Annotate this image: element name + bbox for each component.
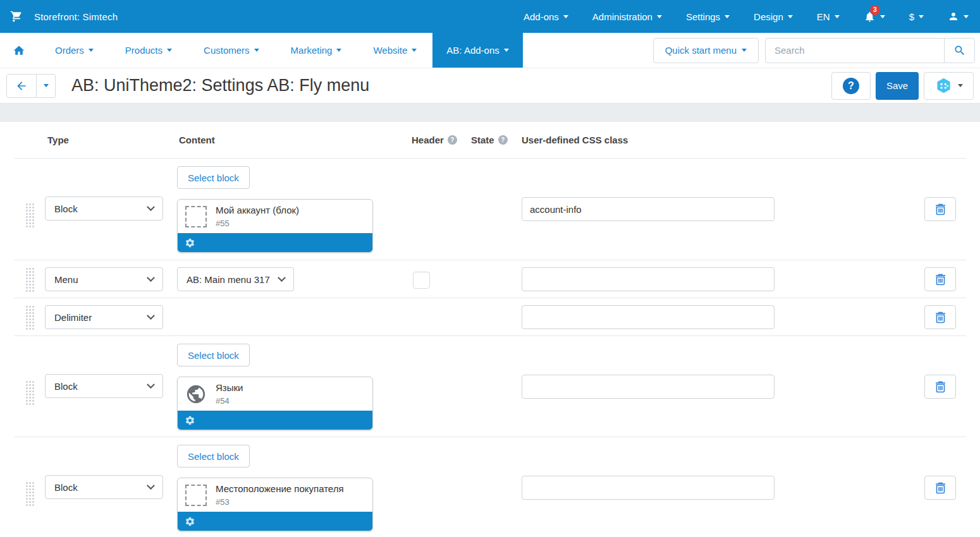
block-settings-bar[interactable] xyxy=(178,411,372,430)
chevron-down-icon xyxy=(657,15,662,18)
select-block-button[interactable]: Select block xyxy=(177,445,250,468)
topbar-menu-design[interactable]: Design xyxy=(754,11,793,22)
drag-handle[interactable] xyxy=(25,305,34,330)
drag-handle[interactable] xyxy=(25,267,34,293)
type-select[interactable]: Delimiter xyxy=(45,305,163,329)
help-tooltip-icon[interactable] xyxy=(498,135,508,145)
chevron-down-icon xyxy=(958,84,963,87)
delete-row-button[interactable] xyxy=(924,197,956,221)
back-button[interactable] xyxy=(6,74,37,98)
drag-handle[interactable] xyxy=(25,203,34,228)
chevron-down-icon xyxy=(788,15,793,18)
top-bar: Storefront: Simtech Add-ons Administrati… xyxy=(0,0,980,33)
type-select[interactable]: Block xyxy=(45,475,163,499)
table-row: Block Select block Местоположение покупа… xyxy=(14,437,966,537)
chevron-down-icon xyxy=(835,15,840,18)
back-history-dropdown[interactable] xyxy=(37,74,56,98)
currency-menu[interactable]: $ xyxy=(909,11,924,22)
trash-icon xyxy=(935,203,946,215)
block-title: Языки xyxy=(216,382,243,393)
help-button[interactable] xyxy=(831,72,871,100)
css-class-input[interactable] xyxy=(522,476,775,500)
select-block-button[interactable]: Select block xyxy=(177,166,250,189)
arrow-left-icon xyxy=(15,80,28,92)
save-button[interactable]: Save xyxy=(876,72,919,100)
page-background-gap xyxy=(0,103,980,122)
block-card: Языки #54 xyxy=(177,377,373,430)
column-css-class: User-defined CSS class xyxy=(522,135,775,145)
block-id: #55 xyxy=(216,219,299,228)
table-row: Block Select block Мой аккаунт (блок) #5… xyxy=(14,159,966,260)
chevron-down-icon xyxy=(336,49,341,52)
nav-marketing[interactable]: Marketing xyxy=(275,33,358,68)
search-box xyxy=(765,38,975,63)
notifications-menu[interactable]: 3 xyxy=(864,11,885,23)
select-block-button[interactable]: Select block xyxy=(177,344,250,366)
css-class-input[interactable] xyxy=(522,267,775,291)
type-select[interactable]: Block xyxy=(45,196,163,220)
menu-select[interactable]: AB: Main menu 317 xyxy=(177,267,294,291)
column-content: Content xyxy=(177,135,395,145)
block-placeholder-icon xyxy=(185,206,207,227)
chevron-down-icon xyxy=(89,49,94,52)
table-row: Menu AB: Main menu 317 xyxy=(14,260,966,298)
column-state: State xyxy=(471,135,522,145)
addon-hexagon-icon xyxy=(935,77,952,94)
nav-website[interactable]: Website xyxy=(357,33,432,68)
topbar-menu-administration[interactable]: Administration xyxy=(592,11,662,22)
delete-row-button[interactable] xyxy=(924,375,956,399)
block-title: Мой аккаунт (блок) xyxy=(216,205,299,215)
delete-row-button[interactable] xyxy=(924,476,956,500)
css-class-input[interactable] xyxy=(522,197,775,221)
chevron-down-icon xyxy=(147,274,155,282)
block-id: #54 xyxy=(216,396,243,406)
nav-products[interactable]: Products xyxy=(109,33,188,68)
table-row: Block Select block Языки #54 xyxy=(14,335,966,437)
search-input[interactable] xyxy=(766,39,944,63)
chevron-down-icon xyxy=(412,49,417,52)
drag-handle[interactable] xyxy=(25,380,34,406)
cart-icon[interactable] xyxy=(10,10,23,23)
storefront-label[interactable]: Storefront: Simtech xyxy=(34,11,118,22)
nav-customers[interactable]: Customers xyxy=(188,33,275,68)
trash-icon xyxy=(935,274,946,286)
css-class-input[interactable] xyxy=(522,375,775,399)
drag-handle[interactable] xyxy=(25,481,34,507)
column-header: Header xyxy=(395,135,471,145)
chevron-down-icon xyxy=(504,49,509,52)
search-submit-button[interactable] xyxy=(944,39,974,63)
delete-row-button[interactable] xyxy=(924,305,956,329)
home-icon xyxy=(13,44,25,57)
nav-ab-addons-active-tab[interactable]: AB: Add-ons xyxy=(432,33,522,68)
header-checkbox[interactable] xyxy=(413,272,430,289)
css-class-input[interactable] xyxy=(522,305,775,329)
chevron-down-icon xyxy=(44,84,49,87)
delete-row-button[interactable] xyxy=(924,267,956,291)
chevron-down-icon xyxy=(254,49,259,52)
table-row: Delimiter xyxy=(14,298,966,335)
user-icon xyxy=(948,11,959,22)
type-select[interactable]: Menu xyxy=(45,267,163,291)
topbar-menu-addons[interactable]: Add-ons xyxy=(524,11,568,22)
column-type: Type xyxy=(45,135,177,145)
chevron-down-icon xyxy=(725,15,730,18)
help-tooltip-icon[interactable] xyxy=(448,135,457,145)
gear-icon xyxy=(185,516,195,527)
chevron-down-icon xyxy=(563,15,568,18)
addon-tools-dropdown-button[interactable] xyxy=(924,72,974,100)
question-mark-icon xyxy=(843,78,859,94)
block-card: Местоположение покупателя #53 xyxy=(177,478,373,531)
fly-menu-items-table: Type Content Header State User-defined C… xyxy=(14,122,966,537)
block-settings-bar[interactable] xyxy=(178,512,372,531)
topbar-language-menu[interactable]: EN xyxy=(817,11,840,22)
chevron-down-icon xyxy=(147,481,155,490)
topbar-menu-settings[interactable]: Settings xyxy=(686,11,730,22)
home-button[interactable] xyxy=(0,33,39,68)
table-header-row: Type Content Header State User-defined C… xyxy=(14,122,966,159)
quick-start-menu-button[interactable]: Quick start menu xyxy=(653,38,759,63)
block-settings-bar[interactable] xyxy=(178,233,372,252)
nav-orders[interactable]: Orders xyxy=(39,33,109,68)
type-select[interactable]: Block xyxy=(45,374,163,398)
page-title: AB: UniTheme2: Settings AB: Fly menu xyxy=(71,76,369,95)
user-account-menu[interactable] xyxy=(948,11,969,22)
